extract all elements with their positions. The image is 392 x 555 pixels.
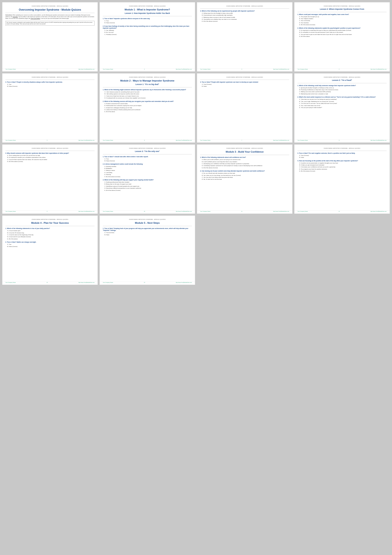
- slide-6-q2-optB: B. Testimonials from customers saying ho…: [104, 105, 192, 106]
- slide-8-q1: 1. Which of the following could help som…: [298, 85, 387, 95]
- slide-12-q3-optB: B. False: [299, 157, 387, 158]
- slide-8-q1-text: 1. Which of the following could help som…: [298, 85, 387, 87]
- slide-6-module-title: Module 2 - Ways to Manage Imposter Syndr…: [103, 79, 192, 82]
- footer-company: Your Company Name: [298, 211, 308, 212]
- slide-11: OVERCOMING IMPOSTER SYNDROME - MODULE QU…: [197, 144, 292, 214]
- slide-6-q1: 1. Which of the following might someone …: [103, 89, 192, 99]
- slide-14-module-title: Module 5 - Next Steps: [103, 221, 192, 225]
- footer-company: Your Company Name: [5, 68, 16, 70]
- slide-10-q3-optB: B. Being clear on the type of support yo…: [104, 183, 192, 185]
- slide-6-q2-optE: E. All of the above: [104, 111, 192, 112]
- slide-3-q3-optE: E. All of the above (correct): [202, 20, 289, 22]
- footer-company: Your Company Name: [5, 211, 16, 212]
- slide-3-q3-optB: B. Overworking to meet unrealistically h…: [202, 14, 289, 16]
- slide-10-q1-text: 1. True or false? I should look after ot…: [103, 156, 192, 158]
- slide-2-q1-text: 1. True or false? Imposter syndrome affe…: [103, 18, 192, 20]
- slide-10-q3-optC: C. Identifying a group of trusted people…: [104, 185, 192, 187]
- slide-1-correct-note: The 'Correct' answer is indicated in eac…: [5, 21, 94, 26]
- slide-2-lesson-title: Lesson 1: How Imposter Syndrome Holds Yo…: [103, 12, 192, 15]
- slide-12-q4-optE: E. All of the above (Correct): [299, 170, 387, 172]
- slide-3-subtitle: OVERCOMING IMPOSTER SYNDROME - MODULE QU…: [200, 5, 289, 7]
- slide-14-subtitle: OVERCOMING IMPOSTER SYNDROME - MODULE QU…: [103, 219, 192, 220]
- slide-9: OVERCOMING IMPOSTER SYNDROME - MODULE QU…: [2, 144, 98, 214]
- slide-4-q1-optA: A. The people who brought you up: [299, 16, 387, 18]
- slide-12: OVERCOMING IMPOSTER SYNDROME - MODULE QU…: [294, 144, 390, 214]
- footer-url: http://www.YourWebsiteHere.com: [176, 140, 192, 141]
- slide-12-footer: Your Company Name 12 http://www.YourWebs…: [294, 211, 390, 212]
- slide-8-footer: Your Company Name 8 http://www.YourWebsi…: [294, 139, 390, 141]
- slide-4-q2-optD: D. All of the above: [299, 36, 387, 37]
- slide-4-q2: 2. Which of the following statements exp…: [298, 27, 387, 37]
- slide-10-q3-text: 3. Which of the following will help you …: [103, 179, 192, 181]
- slide-4-footer: Your Company Name 4 http://www.YourWebsi…: [294, 68, 390, 70]
- slide-14-q1-optA: A. True (Correct): [104, 232, 192, 234]
- slide-14-q1-optB: B. False: [104, 234, 192, 236]
- slide-6-q2-optC: C. Emails from colleagues thanking you f…: [104, 107, 192, 109]
- slide-9-number: 9: [47, 211, 47, 212]
- footer-url: http://www.YourWebsiteHere.com: [79, 211, 94, 212]
- slide-13-q1: 1. Which of the following statements is …: [5, 227, 94, 240]
- footer-url: http://www.YourWebsiteHere.com: [370, 211, 387, 212]
- slide-2-q2-optB: B. No, not at all: [104, 31, 192, 33]
- slide-2-q2: 2. If you have feelings of anxiety or fe…: [103, 25, 192, 35]
- footer-url: http://www.YourWebsiteHere.com: [176, 282, 192, 283]
- slide-7: OVERCOMING IMPOSTER SYNDROME - MODULE QU…: [197, 73, 292, 143]
- slide-13-footer: Your Company Name 13 http://www.YourWebs…: [2, 282, 98, 283]
- slide-12-q4-optA: A. It pushes out any pessimistic or nega…: [299, 162, 387, 164]
- footer-url: http://www.YourWebsiteHere.com: [79, 68, 94, 70]
- slide-12-subtitle: OVERCOMING IMPOSTER SYNDROME - MODULE QU…: [298, 148, 387, 149]
- slide-1-subtitle: OVERCOMING IMPOSTER SYNDROME - MODULE QU…: [5, 5, 94, 7]
- footer-url: http://www.YourWebsiteHere.com: [176, 68, 192, 70]
- slide-12-q4: 4. How can focusing on the positive at t…: [298, 160, 387, 172]
- slide-13-q2-optB: B. False (Correct): [7, 246, 94, 247]
- slide-14-number: 14: [144, 282, 145, 283]
- slide-10-q1-optA: A. True: [104, 158, 192, 160]
- slide-13-q1-optA: A. It must include sport: [7, 230, 94, 232]
- slide-14-q1-text: 1. True or false? Keeping track of your …: [103, 227, 192, 231]
- slide-3-number: 3: [241, 68, 242, 70]
- slide-11-q2-optC: C. Yes, but only if you follow what ever…: [202, 176, 289, 178]
- slide-11-q2: 2. Can moving out of your comfort zone h…: [200, 170, 289, 180]
- slide-10-q2-optA: A. Sporting activities: [104, 166, 192, 167]
- slide-4-lesson: Lesson 2: Where Imposter Syndrome Comes …: [298, 8, 387, 11]
- slide-8-q2-optC: C. "I'm sorry but I'm not sure. I do try…: [299, 102, 387, 104]
- slide-8-q2-text: 2. What's the most useful response to a …: [298, 96, 387, 98]
- slide-8-q1-optD: D. Maintaining total control over a situ…: [299, 93, 387, 95]
- slide-3-q3-text: 3. Which of the following can be experie…: [200, 10, 289, 12]
- slide-1-title: Overcoming Imposter Syndrome - Module Qu…: [5, 8, 94, 12]
- slide-6-q1-optC: C. I had a lot of help from the team, so…: [104, 95, 192, 97]
- slide-11-q1-optA: A. When you're self-confident, you're no…: [202, 159, 289, 161]
- slide-3-q3-optC: C. Believing career success is due to lu…: [202, 16, 289, 18]
- slide-2-q2-optA: A. Yes, definitely: [104, 29, 192, 31]
- slide-11-q2-text: 2. Can moving out of your comfort zone h…: [200, 170, 289, 172]
- slide-10-q2: 2. A stress management routine could inc…: [103, 163, 192, 177]
- slide-2-q1-optB: B. False (Correct): [104, 22, 192, 24]
- slide-11-footer: Your Company Name 11 http://www.YourWebs…: [197, 211, 292, 212]
- footer-company: Your Company Name: [298, 140, 308, 141]
- footer-url: http://www.YourWebsiteHere.com: [273, 211, 289, 212]
- slide-13-number: 13: [46, 282, 48, 283]
- slide-8-subtitle: OVERCOMING IMPOSTER SYNDROME - MODULE QU…: [298, 77, 387, 78]
- slide-12-q4-optB: B. It helps you get energized and motiva…: [299, 164, 387, 166]
- slide-9-q3-optA: A. You're setting them up to fail if you…: [7, 154, 94, 156]
- slide-11-q1-optE: E. All of the above (Correct): [202, 167, 289, 169]
- slide-13-q2-optA: A. True: [7, 243, 94, 245]
- slide-1-number: 1: [47, 68, 47, 70]
- slide-10-q3-optE: E. All of the above (Correct): [104, 190, 192, 191]
- slide-7-footer: Your Company Name 7 http://www.YourWebsi…: [197, 139, 292, 141]
- slide-5-q3-text: 3. True or false? People in minority sit…: [5, 81, 94, 83]
- slide-12-number: 12: [338, 211, 340, 212]
- slide-8-q2-optA: A. "How dare you accuse me of not being …: [299, 98, 387, 100]
- slide-9-q3-optC: C. If you let them express their own ide…: [7, 159, 94, 161]
- slide-12-q4-optC: C. It increases your confidence and sets…: [299, 166, 387, 168]
- slide-4-number: 4: [339, 68, 340, 70]
- slide-2-q2-text: 2. If you have feelings of anxiety or fe…: [103, 25, 192, 29]
- slide-10-q2-text: 2. A stress management routine could inc…: [103, 163, 192, 165]
- slide-11-q1-optD: D. Combating imposter syndrome for some …: [202, 165, 289, 167]
- slide-5-subtitle: OVERCOMING IMPOSTER SYNDROME - MODULE QU…: [5, 77, 94, 78]
- slide-4-q1-optC: C. Your community: [299, 20, 387, 22]
- footer-company: Your Company Name: [103, 211, 113, 212]
- slide-5-q3-optB: B. False (Correct): [7, 85, 94, 87]
- slide-2-subtitle: OVERCOMING IMPOSTER SYNDROME - MODULE QU…: [103, 5, 192, 7]
- slide-2-q1: 1. True or false? Imposter syndrome affe…: [103, 18, 192, 24]
